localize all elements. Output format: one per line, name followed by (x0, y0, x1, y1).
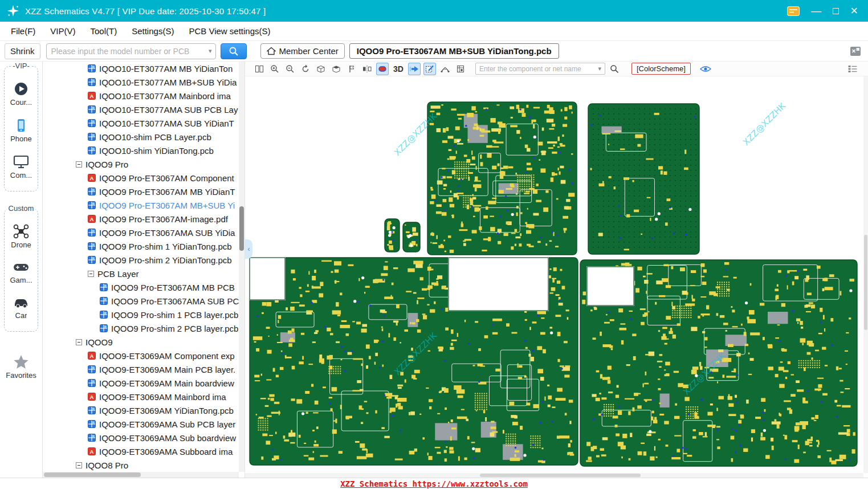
tree-item-label: IQOO9-ET3069AM YiDianTong.pcb (99, 406, 234, 415)
viewer-vertical-scrollbar-thumb[interactable] (864, 235, 867, 330)
probe-flag-icon[interactable] (345, 63, 358, 75)
tree-file[interactable]: IQOO10-shim PCB Layer.pcb (43, 130, 239, 144)
pcb-canvas[interactable] (245, 76, 863, 473)
sidebar-item-com[interactable]: Com... (10, 154, 32, 180)
diode-mode-icon[interactable] (376, 63, 389, 75)
tree-file[interactable]: IQOO10-ET3077AMA SUB PCB Lay (43, 103, 239, 116)
mirror-flip-icon[interactable] (361, 63, 373, 75)
pan-hand-icon[interactable] (454, 63, 467, 75)
menu-item-settingss[interactable]: Settings(S) (124, 22, 181, 41)
tree-file[interactable]: IQOO10-ET3077AM MB+SUB YiDia (43, 75, 239, 89)
tree-item-label: IQOO9 Pro-ET3067AMA SUB PC (111, 296, 239, 306)
tree-item-label: IQOO9 Pro-ET3067AM MB PCB (111, 283, 235, 292)
pcb-file-icon (100, 283, 108, 291)
tree-file[interactable]: IQOO9 Pro-shim 2 PCB layer.pcb (43, 321, 239, 335)
tree-horizontal-scrollbar-thumb[interactable] (44, 472, 141, 477)
menu-item-pcbviewsettingss[interactable]: PCB View settings(S) (181, 22, 278, 41)
maximize-button[interactable] (833, 6, 839, 16)
tree-file[interactable]: IQOO10-ET3077AMA SUB YiDianT (43, 116, 239, 130)
top-view-icon[interactable] (315, 63, 327, 75)
zoom-out-icon[interactable] (284, 63, 296, 75)
file-tree: IQOO10-ET3077AM MB YiDianTonIQOO10-ET307… (43, 62, 239, 472)
collapse-expander-icon[interactable] (76, 161, 82, 168)
play-circle-icon (14, 82, 28, 96)
net-search-combo[interactable]: ▾ (475, 63, 605, 75)
tree-file[interactable]: IQOO9 Pro-ET3067AM MB YiDianT (43, 185, 239, 198)
model-search-input[interactable] (47, 47, 209, 56)
rotate-icon[interactable] (299, 63, 312, 75)
tree-file[interactable]: AIQOO9 Pro-ET3067AM Component (43, 171, 239, 185)
tree-file[interactable]: IQOO9 Pro-ET3067AMA SUB PC (43, 294, 239, 308)
minimize-button[interactable]: — (811, 6, 821, 16)
close-button[interactable]: × (850, 6, 858, 16)
model-search-combo[interactable]: ▾ (46, 43, 216, 59)
vip-pass-icon[interactable] (787, 6, 800, 16)
3d-view-button[interactable]: 3D (392, 64, 405, 74)
menu-item-vipv[interactable]: VIP(V) (43, 22, 83, 41)
tree-file[interactable]: IQOO10-ET3077AM MB YiDianTon (43, 62, 239, 75)
tree-file[interactable]: IQOO9-ET3069AMA Sub PCB layer (43, 417, 239, 431)
tree-folder[interactable]: IQOO9 Pro (43, 157, 239, 171)
net-search-input[interactable] (476, 65, 598, 73)
tree-file[interactable]: IQOO9 Pro-ET3067AM MB+SUB Yi (43, 198, 239, 212)
member-center-button[interactable]: Member Center (260, 43, 345, 59)
sidebar-item-gam[interactable]: Gam... (10, 260, 32, 284)
tree-file[interactable]: AIQOO10-ET3077AM Mainbord ima (43, 89, 239, 103)
sidebar-item-phone[interactable]: Phone (10, 118, 32, 143)
tree-vertical-scrollbar[interactable] (239, 62, 244, 472)
tree-file[interactable]: IQOO9 Pro-shim 1 YiDianTong.pcb (43, 239, 239, 253)
tree-folder[interactable]: PCB Layer (43, 267, 239, 280)
open-file-tab[interactable]: IQOO9 Pro-ET3067AM MB+SUB YiDianTong.pcb (349, 43, 559, 59)
collapse-expander-icon[interactable] (76, 339, 82, 345)
zoom-in-icon[interactable] (268, 63, 281, 75)
tree-file[interactable]: IQOO9 Pro-ET3067AMA SUB YiDia (43, 226, 239, 239)
viewer-horizontal-scrollbar-thumb[interactable] (480, 474, 641, 477)
sidebar-item-favorites[interactable]: Favorites (6, 354, 36, 380)
sidebar-item-drone[interactable]: Drone (11, 224, 31, 249)
tree-file[interactable]: IQOO9-ET3069AM Main PCB layer. (43, 362, 239, 376)
pcb-file-icon (88, 105, 96, 113)
shrink-button[interactable]: Shrink (5, 43, 40, 59)
viewer-horizontal-scrollbar[interactable] (245, 473, 863, 478)
menu-item-toolt[interactable]: Tool(T) (83, 22, 125, 41)
pcb-file-icon (88, 420, 96, 428)
sidebar-item-car[interactable]: Car (13, 296, 30, 320)
bottom-view-icon[interactable] (330, 63, 343, 75)
menu-item-filef[interactable]: File(F) (3, 22, 43, 41)
flip-board-icon[interactable] (408, 63, 421, 75)
tree-file[interactable]: AIQOO9-ET3069AM Component exp (43, 349, 239, 362)
tree-folder[interactable]: IQOO9 (43, 335, 239, 349)
tree-file[interactable]: IQOO9-ET3069AM YiDianTong.pcb (43, 404, 239, 417)
visibility-eye-icon[interactable] (699, 63, 712, 75)
collapse-expander-icon[interactable] (88, 271, 94, 277)
tree-file[interactable]: AIQOO9 Pro-ET3067AM-image.pdf (43, 212, 239, 226)
tree-vertical-scrollbar-thumb[interactable] (239, 206, 244, 251)
pcb-toolbar: 3D ▾ [ColorScheme] (245, 62, 868, 76)
tree-file[interactable]: IQOO9 Pro-shim 2 YiDianTong.pcb (43, 253, 239, 267)
net-search-go-icon[interactable] (608, 63, 621, 75)
tree-file[interactable]: IQOO9 Pro-shim 1 PCB layer.pcb (43, 308, 239, 321)
area-select-icon[interactable] (423, 63, 436, 75)
tree-file[interactable]: AIQOO9-ET3069AMA Subboard ima (43, 445, 239, 458)
layer-panel-icon[interactable] (846, 63, 859, 75)
tree-horizontal-scrollbar[interactable] (43, 472, 239, 478)
collapse-expander-icon[interactable] (76, 462, 82, 468)
dropdown-caret-icon[interactable]: ▾ (209, 47, 215, 55)
tree-file[interactable]: IQOO10-shim YiDianTong.pcb (43, 144, 239, 157)
tree-file[interactable]: AIQOO9-ET3069AM Mainbord ima (43, 390, 239, 404)
tree-file[interactable]: IQOO9 Pro-ET3067AM MB PCB (43, 280, 239, 294)
close-file-icon[interactable] (850, 46, 861, 56)
measure-arc-icon[interactable] (439, 63, 451, 75)
tree-folder[interactable]: IQOO8 Pro (43, 458, 239, 472)
viewer-vertical-scrollbar[interactable] (863, 76, 868, 473)
search-button[interactable] (221, 43, 247, 59)
sidebar-item-cour[interactable]: Cour... (10, 82, 32, 107)
tree-file[interactable]: IQOO9-ET3069AM Main boardview (43, 376, 239, 390)
split-view-icon[interactable] (253, 63, 266, 75)
sidebar-group-1: CustomDroneGam...Car (4, 209, 38, 332)
net-dropdown-caret-icon[interactable]: ▾ (598, 65, 605, 72)
tree-file[interactable]: IQOO9-ET3069AMA Sub boardview (43, 431, 239, 445)
pdf-file-icon: A (88, 92, 96, 100)
collapse-tree-handle[interactable]: ‹ (245, 239, 252, 259)
colorscheme-button[interactable]: [ColorScheme] (631, 63, 691, 75)
